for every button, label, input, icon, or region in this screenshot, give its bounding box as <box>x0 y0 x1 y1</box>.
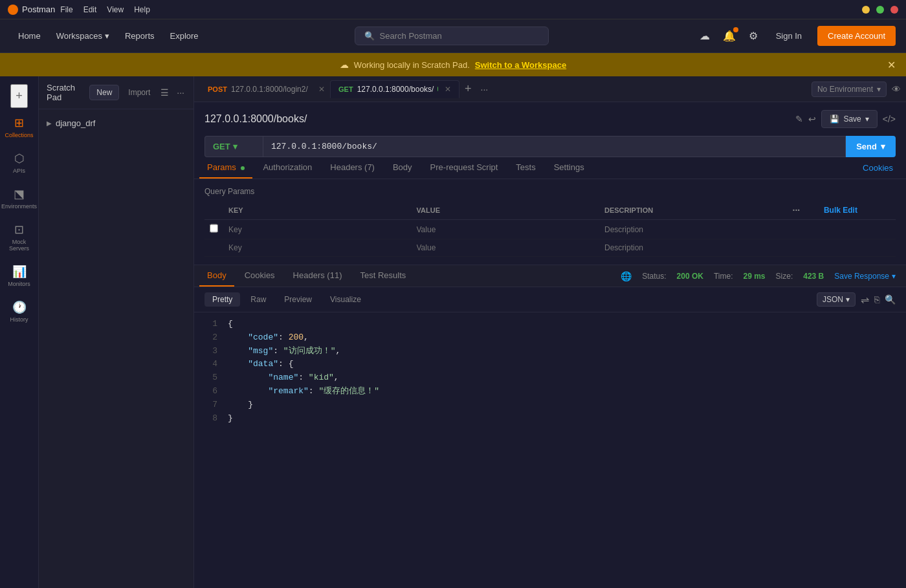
save-button-container[interactable]: 💾 Save ▾ <box>821 110 877 128</box>
desc-input[interactable] <box>604 225 782 234</box>
sidebar-content: ▶ django_drf <box>39 109 193 588</box>
nav-workspaces[interactable]: Workspaces ▾ <box>49 27 117 45</box>
method-select[interactable]: GET ▾ <box>204 136 263 157</box>
scratch-pad-banner: ☁ Working locally in Scratch Pad. Switch… <box>0 53 906 76</box>
sidebar-item-environments[interactable]: ⬔ Environments <box>3 182 36 215</box>
sidebar-item-monitors[interactable]: 📊 Monitors <box>3 259 36 292</box>
main-layout: + ⊞ Collections ⬡ APIs ⬔ Environments ⊡ … <box>0 76 906 588</box>
notifications-button[interactable]: 🔔 <box>720 27 738 45</box>
params-checkbox[interactable] <box>210 224 218 233</box>
menu-edit[interactable]: Edit <box>83 5 97 14</box>
view-code-button[interactable]: </> <box>883 114 896 124</box>
url-input[interactable] <box>263 136 846 157</box>
copy-button[interactable]: ⎘ <box>874 294 879 305</box>
key-input-2[interactable] <box>228 243 406 252</box>
wrap-button[interactable]: ⇌ <box>861 294 869 306</box>
save-dropdown-icon: ▾ <box>865 114 869 124</box>
signin-button[interactable]: Sign In <box>768 27 810 45</box>
restore-button[interactable]: ↩ <box>808 114 816 124</box>
sidebar-item-history[interactable]: 🕐 History <box>3 295 36 328</box>
new-button[interactable]: New <box>89 85 119 100</box>
more-options-button[interactable]: ··· <box>175 86 186 99</box>
req-tab-tests[interactable]: Tests <box>508 157 543 179</box>
key-input[interactable] <box>228 225 406 234</box>
resp-tab-test-results[interactable]: Test Results <box>352 265 414 287</box>
req-tab-settings[interactable]: Settings <box>546 157 592 179</box>
req-tab-headers[interactable]: Headers (7) <box>322 157 382 179</box>
tab-get-books[interactable]: GET 127.0.0.1:8000/books/ ✕ <box>330 80 459 98</box>
collection-item-django-drf[interactable]: ▶ django_drf <box>39 114 193 132</box>
resp-tab-body[interactable]: Body <box>199 265 234 287</box>
request-url-display: 127.0.0.1:8000/books/ <box>204 113 307 125</box>
save-response-button[interactable]: Save Response ▾ <box>834 272 896 281</box>
format-type-select[interactable]: JSON ▾ <box>817 292 856 307</box>
line-num-4: 4 <box>204 358 217 371</box>
sidebar-item-apis[interactable]: ⬡ APIs <box>3 146 36 179</box>
sidebar-item-collections[interactable]: ⊞ Collections <box>3 111 36 144</box>
resp-tab-headers[interactable]: Headers (11) <box>285 265 350 287</box>
response-area: Body Cookies Headers (11) Test Results 🌐… <box>194 265 906 588</box>
maximize-button[interactable] <box>876 6 884 14</box>
add-new-button[interactable]: + <box>10 84 28 108</box>
switch-workspace-link[interactable]: Switch to a Workspace <box>475 60 566 70</box>
value-input-2[interactable] <box>417 243 595 252</box>
req-tab-pre-request[interactable]: Pre-request Script <box>423 157 506 179</box>
format-tab-visualize[interactable]: Visualize <box>322 292 369 307</box>
line-content-2: "code": 200, <box>228 331 309 345</box>
method-label: GET <box>213 142 230 151</box>
menu-view[interactable]: View <box>107 5 124 14</box>
filter-button[interactable]: ☰ <box>159 86 170 99</box>
params-dot <box>241 166 245 170</box>
request-actions: ✎ ↩ 💾 Save ▾ </> <box>795 110 896 128</box>
format-tab-raw[interactable]: Raw <box>243 292 274 307</box>
format-tab-pretty[interactable]: Pretty <box>204 292 240 307</box>
menu-file[interactable]: File <box>60 5 72 14</box>
create-account-button[interactable]: Create Account <box>817 26 896 46</box>
environment-select[interactable]: No Environment ▾ <box>812 82 887 97</box>
import-button[interactable]: Import <box>124 85 154 100</box>
add-tab-button[interactable]: + <box>461 80 476 98</box>
save-label: Save <box>843 114 861 124</box>
cookies-link[interactable]: Cookies <box>855 158 901 178</box>
time-value: 29 ms <box>744 272 766 281</box>
req-tab-body[interactable]: Body <box>385 157 420 179</box>
format-tabs: Pretty Raw Preview Visualize <box>204 292 369 307</box>
params-section: Query Params KEY VALUE DESCRIPTION ··· B… <box>194 179 906 265</box>
key-header: KEY <box>223 201 412 220</box>
bulk-edit-button[interactable]: Bulk Edit <box>824 206 857 215</box>
req-tab-params[interactable]: Params <box>199 157 252 179</box>
minimize-button[interactable] <box>862 6 870 14</box>
tab-post-login2[interactable]: POST 127.0.0.1:8000/login2/ ✕ <box>199 80 329 98</box>
req-tab-authorization[interactable]: Authorization <box>255 157 320 179</box>
close-button[interactable] <box>890 6 898 14</box>
desc-input-2[interactable] <box>604 243 782 252</box>
search-box[interactable]: 🔍 Search Postman <box>355 27 549 45</box>
status-value: 200 OK <box>677 272 703 281</box>
request-url-bar: 127.0.0.1:8000/books/ ✎ ↩ 💾 Save ▾ </> <box>204 110 896 128</box>
collections-icon: ⊞ <box>14 116 24 130</box>
nav-explore[interactable]: Explore <box>162 27 206 45</box>
bulk-edit-header: Bulk Edit <box>819 201 896 220</box>
menu-help[interactable]: Help <box>134 5 150 14</box>
nav-home[interactable]: Home <box>10 27 49 45</box>
value-input[interactable] <box>417 225 595 234</box>
send-chevron-icon: ▾ <box>881 142 885 151</box>
send-button[interactable]: Send ▾ <box>846 136 896 157</box>
nav-reports[interactable]: Reports <box>117 27 162 45</box>
resp-tab-cookies[interactable]: Cookies <box>237 265 283 287</box>
size-value: 423 B <box>803 272 824 281</box>
tab-close-login2[interactable]: ✕ <box>318 85 325 94</box>
banner-close-button[interactable]: ✕ <box>887 59 896 71</box>
cloud-icon-button[interactable]: ☁ <box>697 27 713 45</box>
edit-button[interactable]: ✎ <box>795 114 803 124</box>
col-more-icon[interactable]: ··· <box>793 205 801 215</box>
search-response-button[interactable]: 🔍 <box>885 294 896 305</box>
tab-method-get: GET <box>338 85 353 93</box>
format-tab-preview[interactable]: Preview <box>276 292 320 307</box>
settings-button[interactable]: ⚙ <box>746 27 760 45</box>
sidebar-item-mock-servers[interactable]: ⊡ Mock Servers <box>3 217 36 257</box>
tab-close-books[interactable]: ✕ <box>445 85 451 94</box>
params-label: Query Params <box>204 187 896 196</box>
more-tabs-button[interactable]: ··· <box>477 82 492 97</box>
environment-eye-button[interactable]: 👁 <box>892 84 901 94</box>
